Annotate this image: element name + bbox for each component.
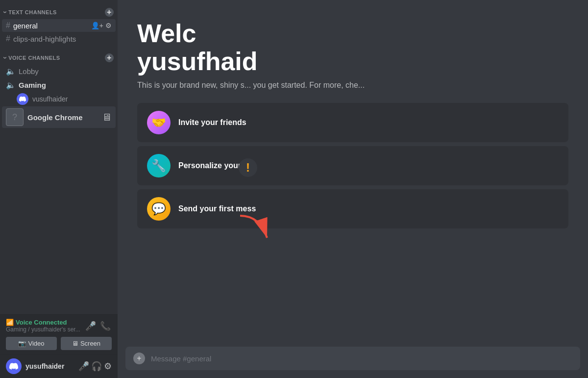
voice-channels-label: VOICE CHANNELS [4,54,60,62]
voice-buttons: 📷 Video 🖥 Screen [6,337,112,350]
channel-item-clips[interactable]: # clips-and-highlights [2,32,116,45]
channel-item-lobby[interactable]: 🔈 Lobby [2,65,116,78]
channel-name: Lobby [19,67,112,76]
message-input-container[interactable]: + Message #general [125,347,580,370]
exclamation-icon: ! [246,161,250,175]
personalize-icon: 🔧 [147,154,171,177]
voice-connected-bar: 📶 Voice Connected Gaming / yusufhaider's… [0,314,118,354]
channel-name: Gaming [19,81,112,89]
message-bar: + Message #general [118,347,588,378]
screen-share-button[interactable]: 🖥 Screen [61,337,112,350]
channel-name: clips-and-highlights [13,35,112,43]
voice-status-left: 📶 Voice Connected Gaming / yusufhaider's… [6,319,80,333]
warning-badge: ! [239,158,257,177]
user-in-voice-channel: vusufhaider [2,92,116,106]
speaker-icon: 🔈 [6,80,16,90]
disconnect-icon[interactable]: 📞 [99,320,112,332]
microphone-icon[interactable]: 🎤 [78,361,89,372]
welcome-subtitle: This is your brand new, shiny s... you g… [137,79,568,91]
channel-actions: 👤+ ⚙ [91,22,112,29]
add-voice-channel-button[interactable]: + [105,53,114,62]
settings-icon[interactable]: ⚙ [105,22,112,29]
headphones-icon[interactable]: 🎧 [91,361,102,372]
user-avatar-small [17,93,28,105]
stream-name: Google Chrome [27,113,102,122]
speaker-icon: 🔈 [6,67,16,76]
avatar [6,358,22,374]
stream-item-google-chrome[interactable]: ? Google Chrome 🖥 [2,106,116,128]
action-card-label: Invite your friends [178,118,246,127]
message-icon: 💬 [147,197,171,221]
voice-channels-section[interactable]: VOICE CHANNELS + [0,46,118,64]
voice-user-name: vusufhaider [32,95,68,103]
text-channels-section[interactable]: TEXT CHANNELS + [0,0,118,19]
action-card-personalize[interactable]: 🔧 Personalize your se [137,146,568,185]
voice-channel-info: Gaming / yusufhaider's ser... [6,326,80,333]
action-card-invite[interactable]: 🤝 Invite your friends [137,103,568,142]
signal-bars-icon: 📶 [6,319,14,326]
welcome-title: Welc yusufhaid [137,20,568,76]
hash-icon: # [6,21,10,30]
user-bar: yusufhaider 🎤 🎧 ⚙ [0,354,118,378]
add-text-channel-button[interactable]: + [105,8,114,17]
channel-name: general [13,22,91,30]
video-icon: 📷 [18,340,26,347]
channel-item-general[interactable]: # general 👤+ ⚙ [2,19,116,32]
stream-thumbnail: ? [6,108,24,126]
action-card-label: Send your first mess [178,204,256,213]
voice-controls: 🎤 📞 [84,320,112,332]
main-content: Welc yusufhaid This is your brand new, s… [118,0,588,378]
settings-icon[interactable]: ⚙ [104,361,112,372]
sidebar: TEXT CHANNELS + # general 👤+ ⚙ # clips-a… [0,0,118,378]
voice-connected-label: 📶 Voice Connected [6,319,80,326]
action-card-message[interactable]: 💬 Send your first mess [137,189,568,228]
screen-icon: 🖥 [72,340,78,347]
add-attachment-button[interactable]: + [133,353,145,364]
voice-status: 📶 Voice Connected Gaming / yusufhaider's… [6,319,112,333]
welcome-area: Welc yusufhaid This is your brand new, s… [118,0,588,347]
mute-icon[interactable]: 🎤 [84,320,97,332]
add-member-icon[interactable]: 👤+ [91,22,103,29]
hash-icon: # [6,34,10,43]
message-placeholder: Message #general [151,354,211,363]
video-button[interactable]: 📷 Video [6,337,57,350]
invite-icon: 🤝 [147,111,171,134]
text-channels-label: TEXT CHANNELS [4,8,57,16]
username: yusufhaider [25,362,74,370]
action-cards: 🤝 Invite your friends 🔧 Personalize your… [137,103,568,228]
screen-share-icon[interactable]: 🖥 [102,112,112,123]
user-controls: 🎤 🎧 ⚙ [78,361,112,372]
channel-list: TEXT CHANNELS + # general 👤+ ⚙ # clips-a… [0,0,118,314]
channel-item-gaming[interactable]: 🔈 Gaming [2,78,116,92]
